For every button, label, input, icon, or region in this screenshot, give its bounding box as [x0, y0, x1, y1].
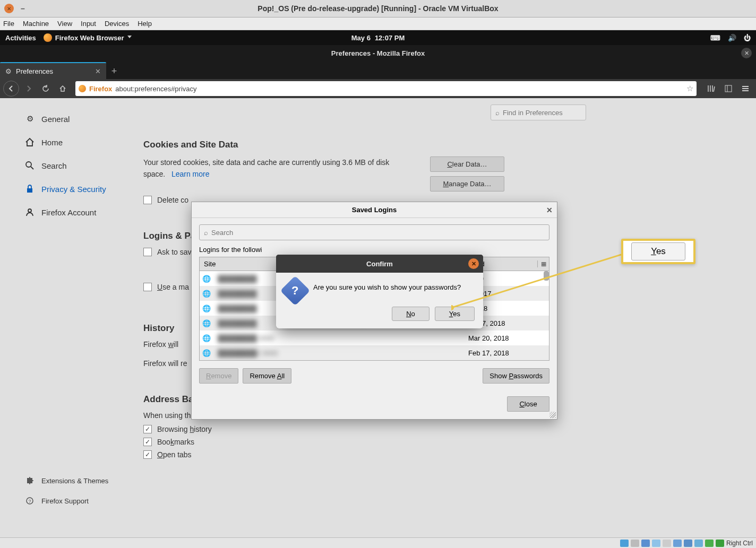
vb-menu-machine[interactable]: Machine [23, 20, 49, 28]
new-tab-button[interactable]: + [106, 63, 122, 79]
firefox-close-button[interactable]: ✕ [741, 48, 752, 58]
hamburger-menu-button[interactable] [738, 81, 753, 96]
svg-rect-4 [27, 188, 32, 193]
svg-point-2 [26, 162, 31, 167]
clear-data-button[interactable]: Clear Data… [430, 156, 504, 172]
remove-button[interactable]: Remove [199, 368, 238, 384]
column-picker-icon[interactable]: ▦ [537, 260, 549, 267]
close-button[interactable]: Close [507, 396, 549, 412]
sidebar-item-home[interactable]: Home [20, 132, 127, 152]
gnome-topbar: Activities Firefox Web Browser May 6 12:… [0, 30, 756, 45]
master-password-checkbox[interactable] [143, 283, 152, 291]
checkbox-label: Delete co [157, 196, 188, 204]
bookmark-star-icon[interactable]: ☆ [686, 84, 693, 93]
vb-mouse-icon[interactable] [716, 540, 724, 547]
tab-close-icon[interactable]: ✕ [95, 67, 101, 75]
dialog-titlebar: Saved Logins ✕ [192, 202, 557, 218]
vb-optical-icon[interactable] [631, 540, 639, 547]
home-button[interactable] [55, 81, 70, 96]
annotation-highlight: Yes [621, 239, 695, 264]
checkbox-label: Bookmarks [157, 438, 194, 446]
scrollbar-thumb[interactable] [544, 271, 549, 281]
manage-data-button[interactable]: Manage Data… [430, 176, 504, 192]
app-menu-label: Firefox Web Browser [55, 34, 124, 42]
reload-button[interactable] [38, 81, 53, 96]
confirm-dialog: Confirm ✕ ? Are you sure you wish to sho… [276, 255, 483, 328]
checkbox-label: Browsing history [157, 425, 212, 433]
search-placeholder: Search [211, 229, 233, 237]
learn-more-link[interactable]: Learn more [171, 170, 210, 178]
sidebar-item-general[interactable]: ⚙ General [20, 109, 127, 129]
home-icon [24, 137, 35, 147]
vb-network-icon[interactable] [652, 540, 660, 547]
vb-audio-icon[interactable] [641, 540, 650, 547]
url-bar[interactable]: Firefox about:preferences#privacy ☆ [75, 81, 697, 96]
sidebar-item-extensions[interactable]: Extensions & Themes [20, 471, 127, 491]
dialog-close-button[interactable]: ✕ [546, 206, 553, 214]
cookies-description: Your stored cookies, site data and cache… [143, 156, 398, 192]
sidebar-item-search[interactable]: Search [20, 155, 127, 176]
show-passwords-button[interactable]: Show Passwords [483, 368, 549, 384]
checkbox-label: Open tabs [157, 450, 192, 459]
sidebar-button[interactable] [721, 81, 736, 96]
checkbox-label: Use a ma [157, 283, 189, 291]
vb-menu-input[interactable]: Input [81, 20, 96, 28]
confirm-close-button[interactable]: ✕ [468, 258, 479, 269]
clock[interactable]: May 6 12:07 PM [351, 34, 405, 42]
keyboard-icon[interactable]: ⌨ [710, 34, 720, 42]
vb-menu-file[interactable]: File [3, 20, 14, 28]
yes-button[interactable]: Yes [435, 307, 475, 321]
vb-menu-view[interactable]: View [57, 20, 72, 28]
globe-icon: 🌐 [200, 305, 213, 312]
activities-button[interactable]: Activities [5, 34, 36, 42]
vb-window-title: Pop!_OS (Pre do-release-upgrade) [Runnin… [257, 4, 498, 13]
vb-shared-folder-icon[interactable] [673, 540, 682, 547]
logins-search-input[interactable]: ⌕ Search [199, 224, 549, 240]
tab-label: Preferences [16, 67, 53, 75]
ask-save-checkbox[interactable] [143, 248, 152, 256]
firefox-icon [44, 33, 52, 42]
vb-menu-devices[interactable]: Devices [105, 20, 129, 28]
table-row[interactable]: 🌐 ████████2:3000 Feb 17, 2018 [200, 345, 549, 360]
no-button[interactable]: No [392, 307, 429, 321]
resize-grip[interactable] [549, 412, 556, 418]
vb-minimize-button[interactable]: – [18, 4, 28, 13]
back-button[interactable] [3, 81, 19, 97]
vb-usb-icon[interactable] [663, 540, 671, 547]
globe-icon: 🌐 [200, 290, 213, 298]
sidebar-item-privacy[interactable]: Privacy & Security [20, 179, 127, 199]
library-button[interactable] [704, 81, 719, 96]
tab-preferences[interactable]: ⚙ Preferences ✕ [0, 62, 106, 79]
volume-icon[interactable]: 🔊 [728, 34, 736, 42]
account-icon [24, 207, 35, 218]
app-menu[interactable]: Firefox Web Browser [44, 33, 132, 42]
section-title-cookies: Cookies and Site Data [143, 140, 745, 150]
sidebar-item-account[interactable]: Firefox Account [20, 202, 127, 222]
preferences-sidebar: ⚙ General Home Search Privacy & Security [0, 98, 127, 537]
vb-record-icon[interactable] [694, 540, 703, 547]
bookmarks-checkbox[interactable] [143, 438, 152, 446]
cell-changed: Feb 17, 2018 [464, 349, 549, 357]
find-placeholder: Find in Preferences [503, 109, 563, 117]
remove-all-button[interactable]: Remove All [243, 368, 291, 384]
vb-menu-help[interactable]: Help [138, 20, 152, 28]
svg-line-3 [31, 167, 33, 169]
browsing-history-checkbox[interactable] [143, 425, 152, 433]
globe-icon: 🌐 [200, 275, 213, 283]
table-row[interactable]: 🌐 ████████:3000 Mar 20, 2018 [200, 330, 549, 345]
find-input[interactable]: ⌕ Find in Preferences [491, 105, 586, 120]
delete-cookies-checkbox[interactable] [143, 196, 152, 204]
vb-cpu-icon[interactable] [705, 540, 714, 547]
puzzle-icon [24, 475, 35, 486]
open-tabs-checkbox[interactable] [143, 450, 152, 459]
sidebar-item-support[interactable]: ? Firefox Support [20, 491, 127, 511]
clock-date: May 6 [351, 34, 371, 42]
vb-close-button[interactable]: ✕ [4, 4, 14, 13]
forward-button[interactable] [21, 81, 36, 96]
power-icon[interactable]: ⏻ [744, 34, 751, 42]
tab-bar: ⚙ Preferences ✕ + [0, 61, 756, 79]
confirm-title-text: Confirm [366, 260, 393, 268]
vb-display-icon[interactable] [684, 540, 692, 547]
vb-hdd-icon[interactable] [620, 540, 629, 547]
search-icon [24, 160, 35, 171]
